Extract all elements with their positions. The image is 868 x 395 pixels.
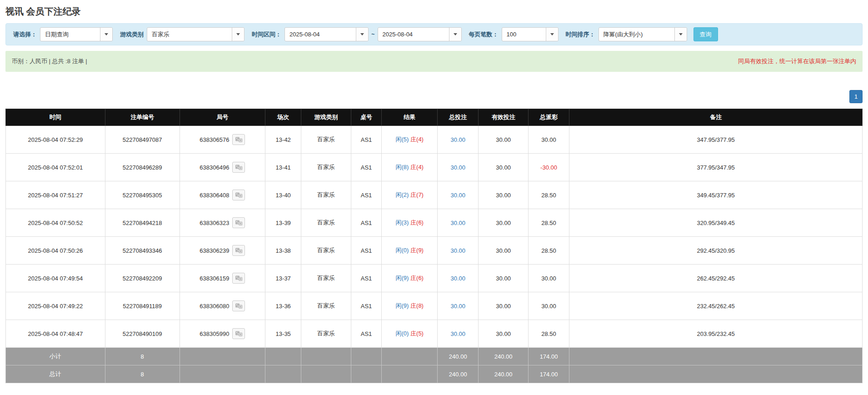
cell-note: 203.95/232.45 (569, 320, 863, 348)
cell-note: 320.95/349.45 (569, 209, 863, 237)
cell-table-no: AS1 (351, 154, 382, 181)
cell-game-type: 百家乐 (301, 237, 351, 265)
cell-total-bet: 30.00 (438, 209, 479, 237)
cell-round: 638306408 (180, 181, 265, 209)
cell-session: 13-36 (265, 292, 301, 320)
pagination-top: 1 (5, 90, 863, 103)
subtotal-empty-cell (569, 348, 863, 365)
total-valid-bet: 240.00 (479, 365, 528, 383)
cell-table-no: AS1 (351, 209, 382, 237)
result-banker: 庄(4) (410, 136, 424, 143)
round-detail-button[interactable] (232, 273, 245, 284)
dice-replay-icon (235, 247, 243, 254)
subtotal-total-bet: 240.00 (438, 348, 479, 365)
cell-total-bet: 30.00 (438, 126, 479, 154)
round-detail-button[interactable] (232, 190, 245, 200)
pagination-page-1[interactable]: 1 (849, 90, 863, 103)
summary-notice: 同局有效投注，统一计算在该局第一张注单内 (738, 57, 856, 65)
cell-valid-bet: 30.00 (479, 320, 528, 348)
total-bet-link[interactable]: 30.00 (450, 220, 465, 226)
cell-payout: 28.50 (528, 209, 569, 237)
cell-payout: 28.50 (528, 320, 569, 348)
cell-valid-bet: 30.00 (479, 237, 528, 265)
total-bet-link[interactable]: 30.00 (450, 247, 465, 254)
query-type-select[interactable]: 日期查询 (40, 27, 113, 41)
column-header: 备注 (569, 109, 863, 126)
cell-session: 13-39 (265, 209, 301, 237)
result-banker: 庄(9) (410, 247, 424, 254)
total-bet-link[interactable]: 30.00 (450, 275, 465, 282)
cell-payout: 28.50 (528, 181, 569, 209)
round-detail-button[interactable] (232, 245, 245, 256)
caret-down-icon (454, 33, 457, 35)
round-id: 638306159 (200, 275, 229, 282)
result-player: 闲(9) (396, 302, 409, 309)
round-id: 638306576 (200, 136, 229, 143)
column-header: 局号 (180, 109, 265, 126)
cell-note: 232.45/262.45 (569, 292, 863, 320)
result-banker: 庄(7) (410, 191, 424, 198)
cell-table-no: AS1 (351, 265, 382, 292)
page-size-value: 100 (502, 28, 546, 41)
column-header: 总投注 (438, 109, 479, 126)
round-detail-button[interactable] (232, 134, 245, 145)
subtotal-payout: 174.00 (528, 348, 569, 365)
cell-result: 闲(2) 庄(7) (382, 181, 438, 209)
dice-replay-icon (235, 275, 243, 281)
caret-down-icon[interactable] (356, 28, 368, 41)
caret-down-icon[interactable] (674, 28, 687, 41)
cell-time: 2025-08-04 07:48:47 (6, 320, 105, 348)
sort-order-select[interactable]: 降冪(由大到小) (599, 27, 687, 41)
total-bet-link[interactable]: 30.00 (450, 303, 465, 310)
result-player: 闲(3) (396, 219, 409, 226)
table-body: 2025-08-04 07:52:29522708497087638306576… (6, 126, 863, 348)
cell-game-type: 百家乐 (301, 126, 351, 154)
cell-payout: -30.00 (528, 154, 569, 181)
game-type-select[interactable]: 百家乐 (147, 27, 244, 41)
cell-session: 13-37 (265, 265, 301, 292)
cell-game-type: 百家乐 (301, 265, 351, 292)
date-to-select[interactable]: 2025-08-04 (378, 27, 462, 41)
total-bet-link[interactable]: 30.00 (450, 330, 465, 337)
column-header: 游戏类别 (301, 109, 351, 126)
total-bet-link[interactable]: 30.00 (450, 164, 465, 171)
round-detail-button[interactable] (232, 300, 245, 311)
total-bet-link[interactable]: 30.00 (450, 192, 465, 199)
round-detail-button[interactable] (232, 328, 245, 339)
column-header: 桌号 (351, 109, 382, 126)
total-bet-link[interactable]: 30.00 (450, 136, 465, 143)
date-from-select[interactable]: 2025-08-04 (284, 27, 369, 41)
result-banker: 庄(5) (410, 330, 424, 337)
result-player: 闲(0) (396, 330, 409, 337)
cell-time: 2025-08-04 07:49:22 (6, 292, 105, 320)
round-detail-button[interactable] (232, 217, 245, 228)
cell-round: 638306323 (180, 209, 265, 237)
cell-result: 闲(9) 庄(6) (382, 265, 438, 292)
cell-total-bet: 30.00 (438, 292, 479, 320)
caret-down-icon (550, 33, 554, 35)
page-size-select[interactable]: 100 (502, 27, 559, 41)
cell-session: 13-35 (265, 320, 301, 348)
cell-game-type: 百家乐 (301, 320, 351, 348)
total-empty-cell (351, 365, 382, 383)
query-type-value: 日期查询 (40, 28, 100, 41)
caret-down-icon[interactable] (546, 28, 558, 41)
cell-note: 377.95/347.95 (569, 154, 863, 181)
round-id: 638306408 (200, 192, 229, 199)
search-button[interactable]: 查询 (693, 27, 718, 41)
round-detail-button[interactable] (232, 162, 245, 173)
caret-down-icon[interactable] (100, 28, 112, 41)
round-id: 638306496 (200, 164, 229, 171)
caret-down-icon[interactable] (232, 28, 244, 41)
cell-game-type: 百家乐 (301, 292, 351, 320)
subtotal-label: 小计 (6, 348, 105, 365)
dice-replay-icon (235, 136, 243, 143)
date-range-separator: ~ (371, 31, 375, 38)
cell-valid-bet: 30.00 (479, 154, 528, 181)
caret-down-icon[interactable] (449, 28, 461, 41)
cell-table-no: AS1 (351, 126, 382, 154)
cell-valid-bet: 30.00 (479, 126, 528, 154)
page: 视讯 会员下注纪录 请选择： 日期查询 游戏类别 百家乐 时间区间： 2025-… (0, 5, 868, 395)
caret-down-icon (679, 33, 683, 35)
cell-result: 闲(9) 庄(8) (382, 292, 438, 320)
